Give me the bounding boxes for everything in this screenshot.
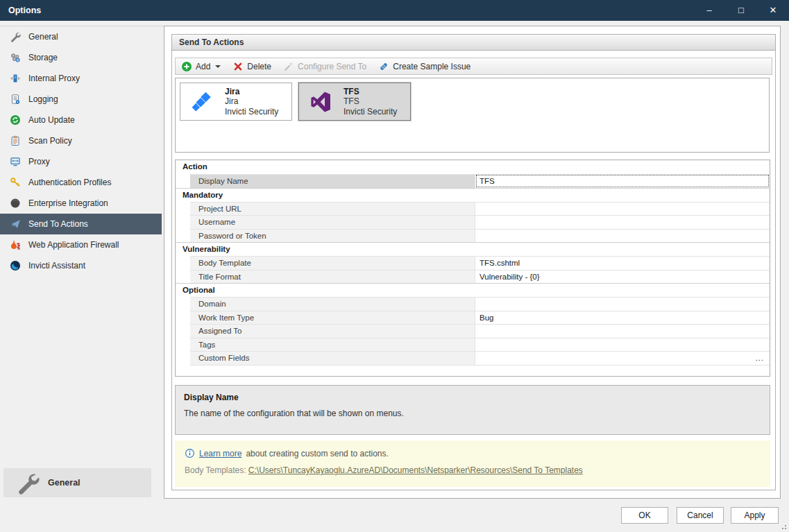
delete-button[interactable]: Delete: [232, 61, 271, 72]
sidebar-item-internal-proxy[interactable]: Internal Proxy: [0, 68, 162, 89]
window-controls: – □ ✕: [693, 0, 789, 21]
row-indent: [176, 202, 190, 216]
display-name-value-field[interactable]: TFS: [475, 174, 770, 188]
grid-row-password-or-token[interactable]: Password or Token: [176, 229, 770, 243]
row-indent: [176, 270, 190, 284]
toolbar: Add Delete Configure Send To Create Samp…: [175, 58, 772, 75]
sidebar-item-logging[interactable]: Logging: [0, 89, 162, 110]
delete-label: Delete: [247, 62, 271, 71]
action-card-jira[interactable]: Jira Jira Invicti Security: [180, 83, 292, 121]
grid-row-project-url[interactable]: Project URL: [176, 202, 770, 216]
logging-icon: [9, 94, 21, 105]
row-label[interactable]: Display Name: [190, 174, 475, 188]
row-label[interactable]: Body Template: [190, 256, 475, 270]
password-or-token-value-field[interactable]: [475, 229, 770, 243]
property-grid: Action Display Name TFS Mandatory Projec…: [175, 160, 770, 377]
learn-more-text: about creating custom send to actions.: [246, 449, 388, 458]
resize-grip[interactable]: [781, 524, 786, 529]
grid-row-domain[interactable]: Domain: [176, 297, 770, 311]
custom-fields-value-field[interactable]: ...: [475, 351, 770, 365]
sidebar-item-label: Authentication Profiles: [28, 178, 111, 187]
card-subtitle: TFS: [343, 96, 397, 107]
card-text: Jira Jira Invicti Security: [225, 87, 278, 117]
delete-icon: [232, 61, 244, 72]
work-item-type-value-field[interactable]: Bug: [475, 311, 770, 325]
minimize-button[interactable]: –: [693, 0, 725, 21]
sidebar-item-general[interactable]: General: [0, 26, 162, 47]
grid-row-tags[interactable]: Tags: [176, 338, 770, 352]
tags-value-field[interactable]: [475, 338, 770, 352]
row-label[interactable]: Username: [190, 215, 475, 229]
grid-row-title-format[interactable]: Title Format Vulnerability - {0}: [176, 270, 770, 284]
titlebar: Options – □ ✕: [0, 0, 789, 21]
sidebar-item-send-to-actions[interactable]: Send To Actions: [0, 214, 162, 234]
row-indent: [176, 229, 190, 243]
add-button[interactable]: Add: [181, 61, 221, 72]
auto-update-icon: [9, 114, 21, 126]
grid-row-assigned-to[interactable]: Assigned To: [176, 324, 770, 338]
row-label[interactable]: Tags: [190, 338, 475, 352]
sidebar-item-invicti-assistant[interactable]: Invicti Assistant: [0, 255, 162, 276]
sidebar-item-web-application-firewall[interactable]: Web Application Firewall: [0, 234, 162, 255]
sidebar-item-label: Auto Update: [28, 115, 75, 125]
action-card-tfs[interactable]: TFS TFS Invicti Security: [298, 83, 411, 121]
ok-button[interactable]: OK: [621, 507, 668, 524]
grid-row-custom-fields[interactable]: Custom Fields ...: [176, 351, 770, 365]
sidebar-item-label: Proxy: [28, 157, 50, 166]
internal-proxy-icon: [9, 73, 21, 85]
project-url-value-field[interactable]: [475, 202, 770, 216]
sidebar-item-authentication-profiles[interactable]: Authentication Profiles: [0, 172, 162, 193]
dropdown-caret-icon: [215, 65, 221, 68]
grid-section-vulnerability: Vulnerability: [176, 242, 770, 256]
sidebar-item-enterprise-integration[interactable]: Enterprise Integration: [0, 193, 162, 214]
sidebar-footer-general[interactable]: General: [3, 468, 151, 497]
sidebar-item-label: Send To Actions: [28, 219, 88, 229]
window-title: Options: [8, 0, 41, 21]
body-templates-label: Body Templates:: [185, 465, 246, 475]
actions-list: Jira Jira Invicti Security TFS TFS Invic…: [175, 78, 770, 153]
ellipsis-button[interactable]: ...: [755, 352, 764, 365]
row-label[interactable]: Title Format: [190, 270, 475, 284]
row-label[interactable]: Project URL: [190, 202, 475, 216]
configure-send-to-button[interactable]: Configure Send To: [283, 61, 366, 72]
sidebar-item-label: Scan Policy: [28, 136, 72, 146]
sidebar-item-label: Web Application Firewall: [28, 240, 119, 250]
cancel-button[interactable]: Cancel: [677, 507, 724, 524]
row-indent: [176, 324, 190, 338]
row-label[interactable]: Password or Token: [190, 229, 475, 243]
sidebar-item-storage[interactable]: Storage: [0, 47, 162, 68]
sidebar-item-label: Logging: [28, 94, 58, 104]
create-sample-issue-button[interactable]: Create Sample Issue: [378, 61, 470, 72]
row-label[interactable]: Custom Fields: [190, 351, 475, 365]
row-indent: [176, 297, 190, 311]
username-value-field[interactable]: [475, 215, 770, 229]
title-format-value-field[interactable]: Vulnerability - {0}: [475, 270, 770, 284]
row-indent: [176, 351, 190, 365]
row-label[interactable]: Work Item Type: [190, 311, 475, 325]
row-indent: [176, 174, 190, 188]
firewall-icon: [9, 239, 21, 251]
grid-row-body-template[interactable]: Body Template TFS.cshtml: [176, 256, 770, 270]
send-to-actions-groupbox: Send To Actions Add Delete Configure Sen…: [171, 34, 776, 490]
sidebar-item-auto-update[interactable]: Auto Update: [0, 110, 162, 130]
close-button[interactable]: ✕: [757, 0, 789, 21]
row-label[interactable]: Assigned To: [190, 324, 475, 338]
create-sample-issue-label: Create Sample Issue: [393, 62, 470, 71]
sidebar-item-proxy[interactable]: Proxy: [0, 151, 162, 172]
grid-row-display-name[interactable]: Display Name TFS: [176, 174, 770, 188]
row-label[interactable]: Domain: [190, 297, 475, 311]
grid-row-work-item-type[interactable]: Work Item Type Bug: [176, 311, 770, 325]
apply-button[interactable]: Apply: [731, 507, 779, 524]
learn-more-link[interactable]: Learn more: [199, 449, 241, 458]
body-templates-path-link[interactable]: C:\Users\TuncayKayaoglu.AzureAD\Document…: [248, 465, 583, 475]
body-template-value-field[interactable]: TFS.cshtml: [475, 256, 770, 270]
property-description-panel: Display Name The name of the configurati…: [175, 385, 770, 435]
sidebar-item-label: Storage: [28, 53, 58, 62]
options-window: Options – □ ✕ General Storage Internal P…: [0, 0, 789, 532]
grid-row-username[interactable]: Username: [176, 215, 770, 229]
domain-value-field[interactable]: [475, 297, 770, 311]
description-title: Display Name: [184, 393, 761, 402]
maximize-button[interactable]: □: [725, 0, 757, 21]
assigned-to-value-field[interactable]: [475, 324, 770, 338]
sidebar-item-scan-policy[interactable]: Scan Policy: [0, 130, 162, 151]
